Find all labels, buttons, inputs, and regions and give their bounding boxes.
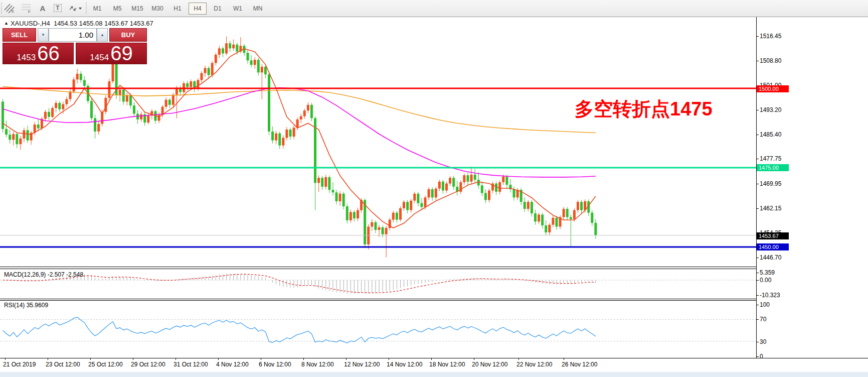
price-level-badge: 1453.67: [757, 232, 789, 239]
ma-fast-line: [3, 49, 596, 228]
one-click-trading-panel: SELL ▼ ▲ BUY 1453 66 1454 69: [3, 28, 147, 64]
sell-button[interactable]: SELL: [3, 28, 36, 42]
chart-annotation-text: 多空转折点1475: [575, 96, 713, 122]
price-axis-tick: [756, 110, 759, 110]
rsi-axis-label: 30: [760, 338, 766, 345]
buy-button[interactable]: BUY: [109, 28, 147, 42]
sell-price-panel[interactable]: 1453 66: [3, 43, 74, 64]
rsi-axis-tick: [756, 356, 759, 357]
price-axis-tick: [756, 61, 759, 61]
symbol-timeframe-label: XAUUSD-,H4: [11, 20, 50, 27]
macd-axis-label: -10.323: [760, 292, 780, 299]
sell-price-big: 66: [37, 43, 60, 63]
price-axis-tick: [756, 135, 759, 135]
price-axis-label: 1493.20: [760, 106, 781, 113]
sell-price-small: 1453: [17, 48, 36, 68]
price-axis-tick: [756, 184, 759, 184]
price-level-badge: 1475.00: [757, 164, 789, 171]
macd-axis-tick: [756, 295, 759, 296]
rsi-line: [3, 317, 596, 343]
chart-title-bar: ▲XAUUSD-,H4 1454.53 1455.08 1453.67 1453…: [4, 20, 153, 27]
price-axis-tick: [756, 258, 759, 258]
macd-axis-tick: [756, 280, 759, 281]
volume-increase-button[interactable]: ▲: [97, 28, 108, 42]
buy-price-panel[interactable]: 1454 69: [76, 43, 147, 64]
price-axis-label: 1446.70: [760, 254, 781, 261]
rsi-indicator-label: RSI(14) 35.9609: [4, 302, 48, 309]
price-axis-label: 1485.40: [760, 131, 781, 138]
price-axis-label: 1508.80: [760, 57, 781, 64]
macd-indicator-label: MACD(12,26,9) -2.507 -2.548: [4, 271, 83, 278]
price-axis-label: 1477.75: [760, 155, 781, 162]
price-axis-tick: [756, 159, 759, 159]
buy-price-big: 69: [110, 43, 133, 63]
rsi-axis-label: 100: [760, 301, 770, 308]
price-axis-tick: [756, 36, 759, 37]
rsi-axis-label: 0: [760, 353, 763, 360]
rsi-axis-tick: [756, 342, 759, 342]
buy-price-small: 1454: [90, 48, 109, 68]
price-level-badge: 1500.00: [757, 85, 789, 92]
ohlc-values: 1454.53 1455.08 1453.67 1453.67: [54, 20, 153, 27]
price-axis-label: 1516.45: [760, 33, 781, 40]
price-axis-label: 1469.95: [760, 180, 781, 187]
price-level-badge: 1450.00: [757, 243, 789, 250]
price-axis-tick: [756, 208, 759, 209]
rsi-axis-label: 70: [760, 316, 766, 323]
rsi-axis-tick: [756, 319, 759, 320]
volume-decrease-button[interactable]: ▼: [38, 28, 49, 42]
macd-axis-label: 5.359: [760, 269, 775, 276]
collapse-triangle-icon[interactable]: ▲: [4, 21, 9, 26]
macd-axis-label: 0.00: [760, 277, 771, 284]
macd-axis-tick: [756, 273, 759, 273]
volume-input[interactable]: [49, 28, 97, 42]
mt4-window: E F A T M1M5M15M30H1H4D1W1MN: [0, 0, 868, 377]
price-axis-label: 1462.15: [760, 205, 781, 212]
rsi-axis-tick: [756, 305, 759, 305]
